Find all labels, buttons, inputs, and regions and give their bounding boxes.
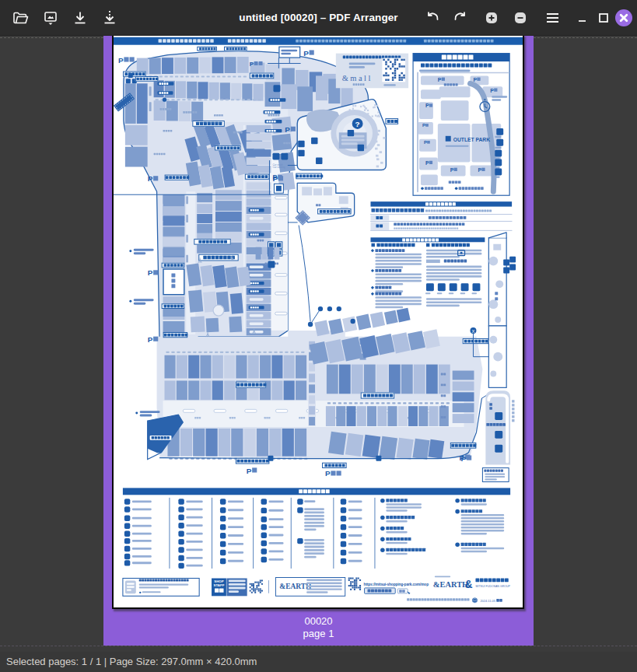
svg-text:P: P — [461, 454, 467, 463]
svg-text:P: P — [148, 268, 153, 277]
svg-text:&EARTH: &EARTH — [433, 580, 468, 589]
svg-text:P: P — [303, 49, 309, 58]
svg-text:X: X — [471, 329, 474, 334]
svg-text:P: P — [272, 174, 278, 183]
svg-text:P: P — [247, 467, 252, 475]
svg-text:https://mitsui-shopping-park.c: https://mitsui-shopping-park.com/mop — [364, 583, 429, 586]
svg-text:P: P — [478, 167, 481, 173]
svg-text:2024.11.05: 2024.11.05 — [480, 599, 495, 603]
svg-text:P: P — [425, 103, 429, 108]
svg-text:P: P — [148, 335, 153, 344]
svg-text:P: P — [148, 174, 153, 183]
svg-text:MITSUI FUDOSAN GROUP: MITSUI FUDOSAN GROUP — [475, 585, 510, 588]
svg-text:P: P — [118, 56, 124, 65]
svg-text:P: P — [285, 125, 290, 134]
svg-text:P: P — [325, 469, 331, 478]
svg-text:P: P — [450, 167, 454, 173]
svg-text:OUTLET PARK: OUTLET PARK — [453, 137, 491, 142]
svg-text:P: P — [250, 61, 254, 68]
svg-text:P: P — [424, 140, 427, 145]
svg-text:P: P — [490, 88, 494, 93]
svg-text:P: P — [425, 160, 429, 166]
svg-text:Car coating: Car coating — [272, 166, 285, 169]
svg-text:&: & — [465, 578, 473, 590]
svg-text:P: P — [438, 77, 442, 82]
svg-text:?: ? — [355, 120, 360, 128]
svg-text:STAFF: STAFF — [214, 583, 225, 587]
svg-text:P: P — [422, 123, 425, 128]
svg-text:&mall: &mall — [342, 74, 373, 82]
svg-text:P: P — [473, 77, 477, 82]
